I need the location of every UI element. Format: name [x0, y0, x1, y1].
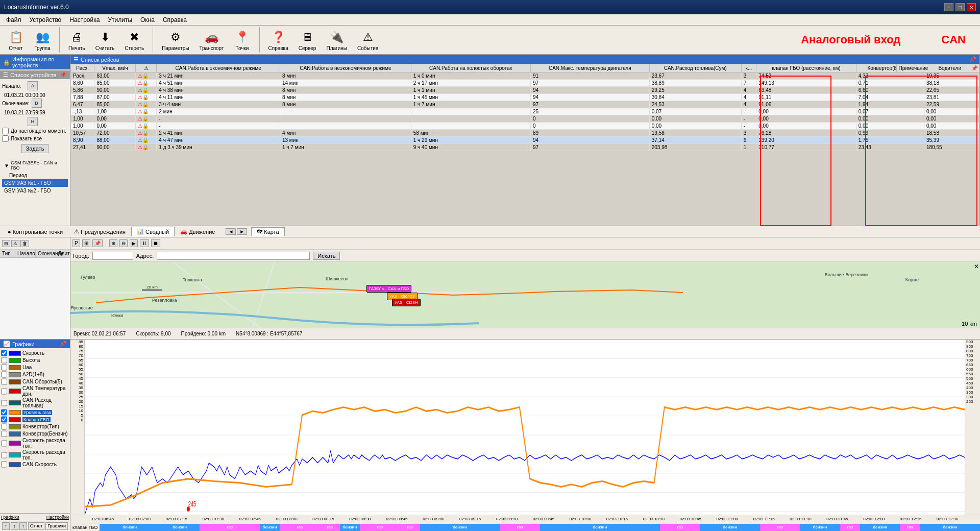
legend-checkbox[interactable]: [1, 430, 7, 437]
place-6: Яусовские: [70, 305, 93, 310]
toolbar-print-btn[interactable]: 🖨 Печать: [65, 28, 89, 53]
fuel-segment: бензин: [800, 524, 840, 531]
map-zoom-out-btn[interactable]: ⊖: [119, 239, 128, 247]
menu-help[interactable]: Справка: [159, 15, 191, 25]
map-stop-btn[interactable]: ⏹: [151, 239, 160, 247]
graph-tab-btn2[interactable]: ↑: [11, 522, 18, 530]
map-pause-btn[interactable]: ⏸: [140, 239, 149, 247]
all-checkbox[interactable]: [2, 135, 9, 142]
toolbar-points-btn[interactable]: 📍 Точки: [231, 28, 254, 53]
menu-file[interactable]: Файл: [2, 15, 26, 25]
tab-next-btn[interactable]: ►: [237, 228, 247, 235]
vehicle-gazel: ГАЗЕЛЬ - CAN и ГБО: [366, 285, 411, 293]
address-input[interactable]: [157, 252, 310, 260]
table-row[interactable]: 10,5772,00⚠🔒2 ч 41 мин4 мин58 мин8919,58…: [71, 130, 979, 137]
movement-nav-btn[interactable]: ⊞: [2, 240, 10, 247]
fuel-segment: газ: [200, 524, 260, 531]
toolbar-transport-btn[interactable]: 🚗 Транспорт: [195, 28, 227, 53]
map-close-btn[interactable]: ✕: [974, 263, 979, 270]
toolbar-plugins-btn[interactable]: 🔌 Плагины: [323, 28, 351, 53]
graph-tab-settings[interactable]: Настройки: [46, 515, 69, 520]
legend-label: Конвертор(Бензин): [22, 431, 68, 437]
movement-warn-btn[interactable]: ⚠: [11, 240, 19, 247]
menu-device[interactable]: Устройство: [26, 15, 66, 25]
tab-warnings[interactable]: ⚠ Предупреждения: [68, 227, 131, 236]
legend-checkbox[interactable]: [1, 423, 7, 430]
graph-tab-tab1[interactable]: Отчет: [28, 522, 45, 530]
table-row[interactable]: 5,8690,00⚠🔒4 ч 38 мин8 мин1 ч 1 мин9429,…: [71, 87, 979, 94]
table-row[interactable]: 1,000,00⚠🔒-00,00-0,000,000,00: [71, 123, 979, 130]
map-btn-2[interactable]: ⊞: [82, 239, 90, 247]
tab-map[interactable]: 🗺 Карта: [251, 227, 284, 236]
table-row[interactable]: 8,9088,00⚠🔒4 ч 47 мин13 мин1 ч 29 мин943…: [71, 137, 979, 144]
table-row[interactable]: 8,6085,00⚠🔒4 ч 51 мин14 мин2 ч 17 мин973…: [71, 80, 979, 87]
toolbar-server-btn[interactable]: 🖥 Сервер: [295, 28, 320, 53]
minimize-btn[interactable]: –: [944, 3, 953, 11]
toolbar-erase-btn[interactable]: ✖ Стереть: [121, 28, 148, 53]
movement-del-btn[interactable]: 🗑: [20, 240, 29, 247]
map-btn-1[interactable]: P: [72, 239, 80, 247]
graph-tab-graph[interactable]: Графики: [1, 515, 19, 520]
map-btn-3[interactable]: 📌: [92, 239, 103, 247]
tab-summary[interactable]: 📊 Сводный: [131, 227, 175, 236]
graph-canvas[interactable]: 245: [85, 340, 965, 515]
close-btn[interactable]: ✕: [967, 3, 976, 11]
tab-prev-btn[interactable]: ◄: [226, 228, 236, 235]
map-play-btn[interactable]: ▶: [130, 239, 138, 247]
h-btn[interactable]: H: [28, 117, 38, 126]
legend-checkbox[interactable]: [1, 440, 7, 447]
toolbar-group-btn[interactable]: 👥 Группа: [31, 28, 54, 53]
zadach-button[interactable]: Задать: [21, 144, 49, 153]
table-row[interactable]: 6,4785,00⚠🔒3 ч 4 мин8 мин1 ч 7 мин9724,5…: [71, 101, 979, 108]
now-checkbox[interactable]: [2, 128, 9, 134]
tree-item-gazel[interactable]: ▼ GSM ГАЗЕЛЬ - CAN и ГБО: [2, 159, 68, 172]
legend-checkbox[interactable]: [1, 416, 7, 423]
tab-movement[interactable]: 🚗 Движение: [175, 227, 220, 236]
tree-item-uaz1[interactable]: GSM УАЗ №1 - ГБО: [2, 179, 68, 187]
legend-checkbox[interactable]: [1, 357, 7, 364]
menu-windows[interactable]: Окна: [136, 15, 159, 25]
table-row[interactable]: 1,000,00⚠🔒-00,00-0,000,000,00: [71, 115, 979, 123]
tab-control-points[interactable]: ● Контрольные точки: [2, 227, 68, 236]
legend-checkbox[interactable]: [1, 461, 7, 468]
toolbar-params-btn[interactable]: ⚙ Параметры: [158, 28, 192, 53]
start-a-btn[interactable]: A: [28, 81, 38, 90]
table-row[interactable]: 27,4190,00⚠🔒1 д 3 ч 39 мин1 ч 7 мин9 ч 4…: [71, 144, 979, 151]
table-row[interactable]: Расх.83,00⚠🔒3 ч 21 мин8 мин1 ч 0 мин9123…: [71, 73, 979, 80]
fuel-segment: газ: [280, 524, 320, 531]
menu-utils[interactable]: Утилиты: [104, 15, 136, 25]
map-content[interactable]: Гулево Толковка Шишкеево Юнки Резепловка…: [70, 262, 980, 328]
maximize-btn[interactable]: □: [955, 3, 965, 11]
graph-tab-btn3[interactable]: ↑: [19, 522, 27, 530]
graph-tab-tab2[interactable]: Графики: [45, 522, 68, 530]
menu-settings[interactable]: Настройка: [65, 15, 104, 25]
graph-tab-btn1[interactable]: ↑: [2, 522, 10, 530]
toolbar-read-btn[interactable]: ⬇ Считать: [92, 28, 118, 53]
trips-table-scroll[interactable]: Расх. Vmax, км/ч ⚠ CAN.Работа в экономич…: [70, 64, 979, 226]
toolbar-report-btn[interactable]: 📋 Отчет: [4, 28, 28, 53]
map-zoom-in-btn[interactable]: ⊕: [109, 239, 117, 247]
toolbar-help-btn[interactable]: ❓ Справка: [265, 28, 292, 53]
city-input[interactable]: [92, 252, 133, 260]
legend-label: Скорость: [22, 350, 44, 356]
legend-checkbox[interactable]: [1, 364, 7, 371]
legend-checkbox[interactable]: [1, 378, 7, 385]
legend-checkbox[interactable]: [1, 350, 7, 356]
map-toolbar: P ⊞ 📌 ⊕ ⊖ ▶ ⏸ ⏹: [70, 237, 980, 250]
map-search-btn[interactable]: Искать: [313, 252, 340, 260]
legend-checkbox[interactable]: [1, 409, 7, 416]
legend-checkbox[interactable]: [1, 388, 7, 395]
tree-item-uaz2[interactable]: GSM УАЗ №2 - ГБО: [2, 187, 68, 195]
tree-item-period[interactable]: Период: [2, 172, 68, 179]
app-title: LocаrusInformer ver.6.0: [4, 4, 69, 11]
legend-checkbox[interactable]: [1, 452, 7, 458]
end-b-btn[interactable]: B: [32, 99, 42, 108]
movement-panel: ⊞ ⚠ 🗑 Тип Начало Окончание Длительность …: [0, 237, 70, 339]
toolbar-events-btn[interactable]: ⚠ События: [354, 28, 382, 53]
trips-table: Расх. Vmax, км/ч ⚠ CAN.Работа в экономич…: [70, 64, 979, 151]
legend-checkbox[interactable]: [1, 371, 7, 378]
table-row[interactable]: -,131,00⚠🔒2 мин250,07-0,000,070,00: [71, 108, 979, 115]
legend-checkbox[interactable]: [1, 400, 7, 406]
table-row[interactable]: 7,8887,00⚠🔒4 ч 11 мин8 мин1 ч 45 мин9430…: [71, 94, 979, 101]
toolbar-sep-1: [59, 27, 60, 53]
